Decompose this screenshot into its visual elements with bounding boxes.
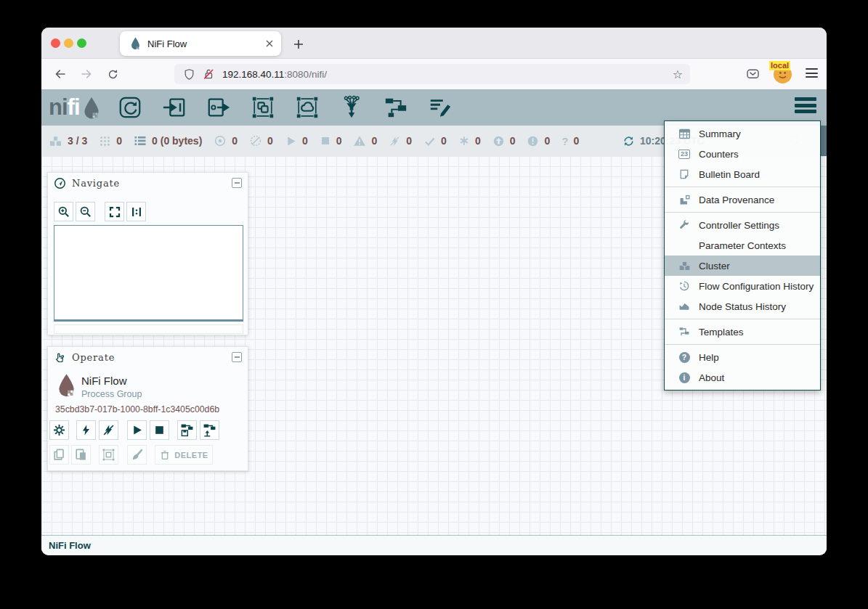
locally-modified-icon [458,135,470,147]
sticky-note-icon [678,168,691,180]
output-port-component[interactable] [206,94,232,120]
compass-icon [54,177,66,189]
nifi-favicon-drop-icon [130,37,141,50]
menu-item-flow-configuration-history[interactable]: Flow Configuration History [665,276,820,296]
breadcrumb-root[interactable]: NiFi Flow [49,540,91,551]
process-group-drop-icon [57,373,76,398]
menu-item-controller-settings[interactable]: Controller Settings [665,215,820,235]
menu-item-counters[interactable]: 23Counters [665,144,820,164]
queued-count: 0 (0 bytes) [152,135,202,147]
zoom-in-button[interactable] [54,202,73,221]
menu-item-help[interactable]: ?Help [665,347,820,367]
threads-count: 0 [116,135,122,147]
close-window-button[interactable] [51,38,60,48]
not-transmitting-count: 0 [267,135,273,147]
operate-panel-title: Operate [72,352,115,363]
remote-transmitting-icon [214,134,227,147]
pocket-icon[interactable] [743,65,762,83]
create-template-button[interactable] [177,420,197,440]
process-group-component[interactable] [250,94,276,120]
menu-item-data-provenance[interactable]: Data Provenance [665,189,820,210]
status-not-transmitting: 0 [249,134,273,147]
breadcrumb: NiFi Flow [41,535,827,555]
menu-item-parameter-contexts[interactable]: Parameter Contexts [665,235,820,256]
reload-button[interactable] [103,65,122,83]
menu-item-about[interactable]: iAbout [665,367,820,388]
status-running: 0 [285,135,308,147]
status-locally-modified-and-stale: 0 [527,135,550,147]
queued-icon [134,134,147,147]
url-path: :8080/nifi/ [284,69,327,80]
start-button[interactable] [127,420,147,440]
nifi-logo: nifi [49,95,101,120]
browser-menu-icon[interactable] [806,68,818,81]
global-menu-button[interactable] [795,97,816,116]
url-host: 192.168.40.11 [222,69,284,80]
locally-modified-and-stale-count: 0 [544,135,550,147]
menu-item-bulletin-board[interactable]: Bulletin Board [665,164,820,184]
browser-window: NiFi Flow 192.168.40.11:8080/nifi/ ☆ loc… [41,28,827,555]
disable-button[interactable] [99,420,118,440]
processor-component[interactable] [117,94,143,120]
delete-button-label: DELETE [174,451,208,459]
question-circle-icon: ? [678,352,691,363]
birdseye-brush[interactable] [54,324,243,334]
global-menu: Summary 23Counters Bulletin Board Data P… [664,120,821,391]
nifi-logo-text-dark: ni [49,95,68,120]
nifi-logo-text-light: fi [68,95,80,120]
upload-template-button[interactable] [200,420,219,440]
selection-id[interactable]: 35cbd3b7-017b-1000-8bff-1c3405c00d6b [55,404,219,414]
template-component[interactable] [383,94,409,120]
copy-button[interactable] [49,445,69,465]
sync-failure-count: 0 [573,135,579,147]
zoom-out-button[interactable] [76,202,95,221]
zoom-actual-size-button[interactable] [126,202,146,221]
selection-type: Process Group [81,389,142,399]
history-icon [678,280,691,292]
back-button[interactable] [51,65,70,83]
stale-count: 0 [510,135,516,147]
menu-item-node-status-history[interactable]: Node Status History [665,296,820,316]
zoom-fit-button[interactable] [105,202,124,221]
birdseye-view[interactable] [54,225,243,322]
status-right-edge [820,126,827,156]
menu-separator [665,344,820,345]
configure-button[interactable] [49,420,69,440]
remote-not-transmitting-icon [249,134,262,147]
menu-item-summary[interactable]: Summary [665,123,820,144]
stopped-count: 0 [336,135,342,147]
operate-collapse-button[interactable] [232,352,242,362]
browser-tab[interactable]: NiFi Flow [120,31,281,56]
status-up-to-date: 0 [423,135,447,147]
status-disabled: 0 [389,135,412,147]
status-invalid: 0 [353,134,377,147]
funnel-component[interactable] [338,94,365,120]
insecure-lock-icon[interactable] [202,68,215,81]
refresh-icon[interactable] [622,135,635,147]
enable-button[interactable] [76,420,96,440]
tab-title: NiFi Flow [147,38,265,49]
input-port-component[interactable] [161,94,187,120]
new-tab-button[interactable] [289,35,308,54]
stop-button[interactable] [150,420,169,440]
url-input[interactable]: 192.168.40.11:8080/nifi/ ☆ [174,64,690,84]
group-button[interactable] [99,445,118,465]
delete-button[interactable]: DELETE [155,445,213,465]
tab-close-icon[interactable] [265,39,274,48]
operate-panel: Operate NiFi Flow Process Group 35cbd3b7… [47,346,248,471]
cubes-icon [678,260,691,272]
shield-icon[interactable] [183,68,195,81]
menu-item-cluster[interactable]: Cluster [665,256,820,276]
provenance-icon [678,194,691,206]
label-component[interactable] [427,94,453,120]
change-color-button[interactable] [127,445,147,465]
menu-item-templates[interactable]: Templates [665,322,820,342]
stale-icon [492,135,505,147]
remote-process-group-component[interactable] [294,94,320,120]
forward-button[interactable] [77,65,96,83]
navigate-collapse-button[interactable] [232,178,242,188]
bookmark-star-icon[interactable]: ☆ [673,68,683,81]
paste-button[interactable] [71,445,91,465]
maximize-window-button[interactable] [77,38,86,48]
minimize-window-button[interactable] [64,38,73,48]
